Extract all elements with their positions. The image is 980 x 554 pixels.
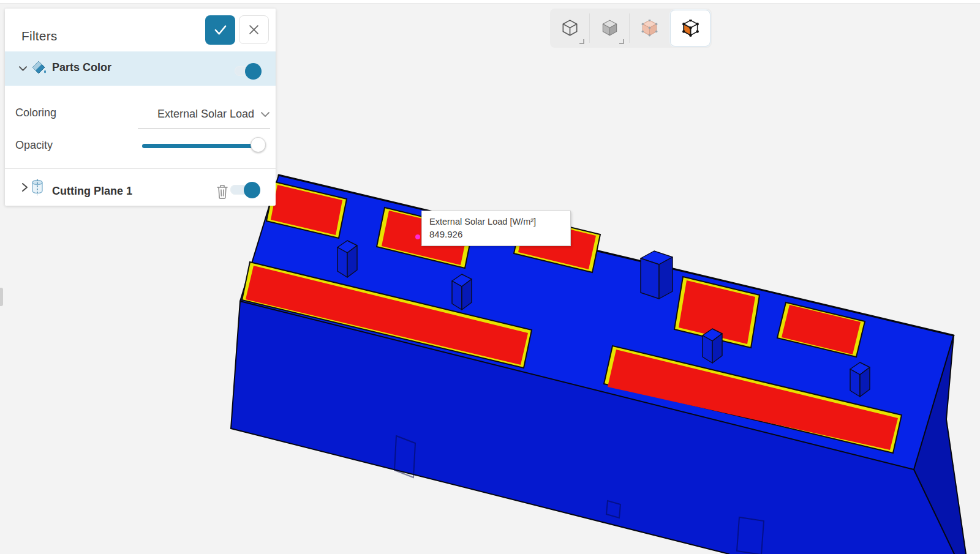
probe-marker bbox=[415, 234, 420, 239]
dropdown-corner-icon bbox=[579, 39, 584, 44]
roof-cube bbox=[850, 362, 870, 397]
topology-view-button[interactable] bbox=[670, 10, 710, 47]
coloring-label: Coloring bbox=[15, 107, 56, 119]
view-mode-toolbar bbox=[550, 9, 712, 48]
probe-tooltip: External Solar Load [W/m²] 849.926 bbox=[421, 211, 571, 246]
roof-cube bbox=[337, 241, 357, 277]
solid-cube-icon bbox=[601, 20, 618, 37]
close-icon bbox=[249, 24, 259, 35]
surface-cube-icon bbox=[641, 20, 658, 37]
wireframe-view-button[interactable] bbox=[550, 9, 589, 48]
coloring-value: External Solar Load bbox=[157, 108, 254, 121]
roof-cube bbox=[452, 274, 472, 310]
cutting-plane-label: Cutting Plane 1 bbox=[52, 185, 132, 198]
roof-cube bbox=[703, 329, 722, 363]
probe-tooltip-value: 849.926 bbox=[429, 228, 563, 241]
delete-cutting-plane-button[interactable] bbox=[216, 184, 229, 201]
cutting-plane-row[interactable]: Cutting Plane 1 bbox=[5, 169, 276, 206]
dropdown-corner-icon bbox=[619, 39, 624, 44]
parts-color-label: Parts Color bbox=[52, 61, 111, 74]
check-icon bbox=[214, 24, 227, 36]
coloring-select[interactable]: External Solar Load bbox=[138, 100, 270, 129]
chevron-right-icon[interactable] bbox=[21, 182, 29, 192]
trash-icon bbox=[216, 184, 229, 200]
filters-panel: Filters Parts Color Coloring External So… bbox=[5, 9, 276, 206]
opacity-label: Opacity bbox=[15, 139, 53, 152]
opacity-slider-knob[interactable] bbox=[251, 137, 266, 152]
cutting-plane-icon bbox=[31, 179, 44, 196]
parts-color-row[interactable]: Parts Color bbox=[5, 51, 276, 86]
surface-view-button[interactable] bbox=[630, 9, 669, 48]
chimney bbox=[641, 251, 673, 299]
close-filters-button[interactable] bbox=[239, 15, 269, 44]
paint-bucket-icon bbox=[31, 60, 47, 76]
opacity-slider[interactable] bbox=[142, 144, 256, 148]
top-edge-strip bbox=[0, 0, 980, 4]
chevron-down-icon bbox=[260, 110, 270, 119]
solid-view-button[interactable] bbox=[590, 9, 629, 48]
apply-filters-button[interactable] bbox=[205, 15, 235, 45]
probe-tooltip-title: External Solar Load [W/m²] bbox=[429, 215, 563, 228]
panel-title: Filters bbox=[21, 29, 58, 43]
cutting-plane-toggle-knob[interactable] bbox=[244, 182, 260, 198]
topology-cube-icon bbox=[682, 20, 699, 37]
wireframe-cube-icon bbox=[562, 20, 578, 37]
left-panel-handle[interactable] bbox=[0, 288, 3, 306]
parts-color-toggle-knob[interactable] bbox=[245, 63, 262, 80]
chevron-down-icon[interactable] bbox=[18, 64, 28, 73]
